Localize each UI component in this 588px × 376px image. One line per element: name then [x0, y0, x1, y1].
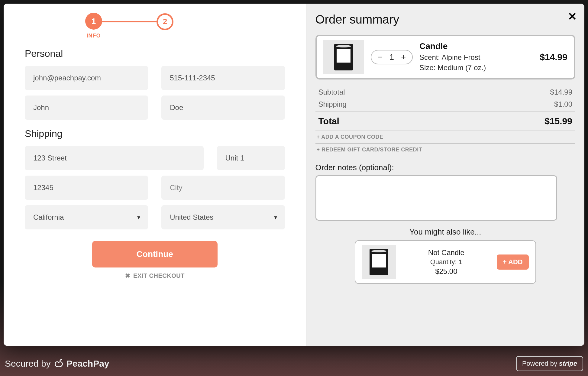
product-size: Size: Medium (7 oz.): [419, 63, 533, 73]
summary-title: Order summary: [315, 13, 576, 26]
street-field[interactable]: [25, 146, 204, 170]
exit-checkout-label: EXIT CHECKOUT: [133, 272, 185, 279]
redeem-giftcard-button[interactable]: + REDEEM GIFT CARD/STORE CREDIT: [315, 144, 576, 156]
close-button[interactable]: ✕: [568, 11, 577, 22]
step-1-circle: 1: [85, 13, 102, 30]
totals-section: Subtotal $14.99 Shipping $1.00 Total $15…: [315, 86, 576, 156]
add-coupon-button[interactable]: + ADD A COUPON CODE: [315, 131, 576, 144]
state-value[interactable]: [25, 205, 148, 229]
quantity-stepper: − 1 +: [371, 50, 413, 64]
exit-checkout-button[interactable]: ✖ EXIT CHECKOUT: [125, 272, 185, 279]
stripe-badge: Powered by stripe: [516, 356, 583, 371]
quantity-decrease-button[interactable]: −: [376, 52, 384, 62]
shipping-heading: Shipping: [25, 128, 285, 139]
powered-label: Powered by: [522, 360, 557, 368]
suggestion-image: [362, 245, 396, 279]
shipping-row: Shipping $1.00: [315, 98, 576, 110]
order-summary-panel: ✕ Order summary − 1 + Candle Scent: Alpi…: [306, 4, 585, 346]
peachpay-brand: PeachPay: [66, 358, 109, 369]
progress-stepper: 1 INFO 2: [85, 13, 285, 39]
product-image: [323, 40, 364, 74]
shipping-label: Shipping: [318, 100, 347, 109]
suggestion-name: Not Candle: [402, 248, 490, 257]
country-select[interactable]: [161, 205, 285, 229]
unit-field[interactable]: [217, 146, 285, 170]
peach-icon: [54, 358, 65, 369]
country-value[interactable]: [161, 205, 285, 229]
product-price: $14.99: [540, 52, 567, 62]
info-panel: 1 INFO 2 Personal Shipping: [4, 4, 306, 346]
secured-by: Secured by PeachPay: [5, 358, 109, 369]
step-2-circle: 2: [157, 13, 173, 30]
total-label: Total: [318, 116, 339, 126]
step-1: 1 INFO: [85, 13, 102, 39]
first-name-field[interactable]: [25, 96, 148, 120]
step-connector: [102, 21, 157, 22]
checkout-modal: 1 INFO 2 Personal Shipping: [4, 4, 584, 346]
close-icon: ✖: [125, 272, 131, 279]
product-scent: Scent: Alpine Frost: [419, 52, 533, 63]
quantity-value: 1: [389, 52, 394, 62]
product-info: Candle Scent: Alpine Frost Size: Medium …: [419, 41, 533, 73]
product-name: Candle: [419, 41, 533, 51]
secured-label: Secured by: [5, 358, 51, 369]
phone-field[interactable]: [161, 66, 285, 90]
footer: Secured by PeachPay Powered by stripe: [5, 356, 583, 371]
suggestions-heading: You might also like...: [315, 227, 576, 237]
continue-button[interactable]: Continue: [92, 241, 218, 267]
total-value: $15.99: [544, 116, 572, 126]
email-field[interactable]: [25, 66, 148, 90]
postal-field[interactable]: [25, 176, 148, 200]
notes-label: Order notes (optional):: [315, 163, 576, 172]
suggestion-info: Not Candle Quantity: 1 $25.00: [402, 248, 490, 276]
shipping-value: $1.00: [554, 100, 572, 109]
product-card: − 1 + Candle Scent: Alpine Frost Size: M…: [315, 35, 576, 79]
stripe-logo: stripe: [559, 360, 577, 368]
candle-icon: [334, 44, 353, 70]
peachpay-logo: PeachPay: [54, 358, 109, 369]
step-2: 2: [157, 13, 173, 30]
personal-heading: Personal: [25, 48, 285, 59]
suggestion-quantity: Quantity: 1: [402, 258, 490, 266]
order-notes-textarea[interactable]: [315, 175, 557, 221]
add-suggestion-button[interactable]: + ADD: [497, 254, 529, 270]
quantity-increase-button[interactable]: +: [399, 52, 407, 62]
suggestion-card: Not Candle Quantity: 1 $25.00 + ADD: [355, 240, 536, 284]
city-field[interactable]: [161, 176, 285, 200]
subtotal-label: Subtotal: [318, 88, 345, 96]
state-select[interactable]: [25, 205, 148, 229]
subtotal-row: Subtotal $14.99: [315, 86, 576, 98]
last-name-field[interactable]: [161, 96, 285, 120]
candle-icon: [370, 249, 388, 275]
total-row: Total $15.99: [315, 112, 576, 131]
step-1-label: INFO: [87, 33, 101, 39]
subtotal-value: $14.99: [550, 88, 572, 96]
suggestion-price: $25.00: [402, 267, 490, 276]
